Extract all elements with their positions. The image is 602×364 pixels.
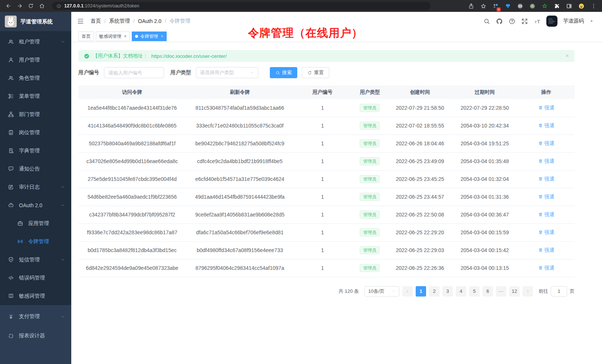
user-id-input[interactable] <box>104 67 164 78</box>
force-logout-button[interactable]: 强退 <box>538 105 554 111</box>
search-icon[interactable] <box>483 18 490 25</box>
svg-text:T: T <box>537 19 540 24</box>
address-bar[interactable]: 127.0.0.1:1024/system/oauth2/token <box>52 2 431 10</box>
user-type-badge: 管理员 <box>360 122 380 130</box>
browser-back-button[interactable] <box>4 1 13 11</box>
sidebar-item-errcode[interactable]: 错误码管理 <box>0 269 71 287</box>
extension-badge: 9 <box>497 7 501 11</box>
collapse-sidebar-button[interactable] <box>77 17 84 25</box>
dictionary-icon <box>8 148 14 154</box>
username[interactable]: 芋道源码 <box>563 18 584 24</box>
tab-令牌管理[interactable]: 令牌管理× <box>132 32 167 41</box>
kebab-menu-icon <box>590 3 597 9</box>
table-row: 1ea5e44f8bc1467aaede43144f31de76811c5304… <box>78 99 575 117</box>
sidebar-item-audit[interactable]: 审计日志 <box>0 178 71 196</box>
breadcrumb-item[interactable]: 首页 <box>91 18 101 24</box>
fullscreen-icon[interactable] <box>521 18 528 25</box>
prev-page-button[interactable] <box>402 286 413 297</box>
user-avatar[interactable] <box>546 16 557 27</box>
force-logout-button[interactable]: 强退 <box>538 211 554 218</box>
sidebar-item-label: 部门管理 <box>19 111 40 118</box>
search-button[interactable]: 搜索 <box>270 67 297 78</box>
sidebar-item-tenant[interactable]: 租户管理 <box>0 33 71 51</box>
caret-down-icon[interactable] <box>589 19 594 23</box>
force-logout-button[interactable]: 强退 <box>538 176 554 182</box>
sidebar-item-sensitive[interactable]: 敏感词管理 <box>0 287 71 305</box>
table-header-row: 访问令牌刷新令牌用户编号用户类型创建时间过期时间操作 <box>78 86 575 99</box>
page-button-12[interactable]: 12 <box>509 286 520 297</box>
sidebar-item-menu[interactable]: 菜单管理 <box>0 87 71 105</box>
reset-button[interactable]: 重置 <box>302 67 329 78</box>
force-logout-button[interactable]: 强退 <box>538 265 554 271</box>
command-extension-icon[interactable] <box>515 1 525 11</box>
sidebar-item-pay[interactable]: 支付管理 <box>0 307 71 326</box>
browser-home-button[interactable] <box>37 1 47 11</box>
user-type-badge: 管理员 <box>360 193 380 201</box>
goto-page-input[interactable] <box>551 286 567 297</box>
chevron-down-icon <box>392 289 396 293</box>
share-icon[interactable] <box>466 1 476 11</box>
sidebar-item-notice[interactable]: 通知公告 <box>0 160 71 178</box>
emoji-avatar-icon <box>578 3 585 9</box>
alert-doc-link[interactable]: https://doc.iocoder.cn/user-center/ <box>151 53 227 59</box>
sidebar-item-oauth2[interactable]: OAuth 2.0 <box>0 196 71 214</box>
bookmark-star-icon[interactable] <box>478 1 488 11</box>
force-logout-button[interactable]: 强退 <box>538 158 554 165</box>
force-logout-button[interactable]: 强退 <box>538 122 554 129</box>
star-extension-icon[interactable] <box>540 1 549 11</box>
sidebar-item-sms[interactable]: 短信管理 <box>0 251 71 269</box>
force-logout-button[interactable]: 强退 <box>538 229 554 236</box>
tab-首页[interactable]: 首页 <box>78 32 94 41</box>
puzzle-extension-icon[interactable] <box>552 1 562 11</box>
breadcrumb-item[interactable]: OAuth 2.0 <box>138 18 161 24</box>
tab-close-icon[interactable]: × <box>161 34 163 39</box>
tab-敏感词管理[interactable]: 敏感词管理× <box>96 32 130 41</box>
table-cell: cdfc4ce9c2da4bb1bdf21b9918ff4be5 <box>186 152 294 170</box>
next-page-button[interactable] <box>523 286 533 297</box>
tab-close-icon[interactable]: × <box>124 34 127 39</box>
alert-close-icon[interactable]: × <box>566 53 569 59</box>
force-logout-button[interactable]: 强退 <box>538 140 554 147</box>
profile-avatar-icon[interactable] <box>576 1 586 11</box>
refresh-icon <box>307 70 312 75</box>
force-logout-button[interactable]: 强退 <box>538 247 554 254</box>
force-logout-button[interactable]: 强退 <box>538 193 554 200</box>
sidebar-item-dict[interactable]: 字典管理 <box>0 142 71 160</box>
sidebar-item-oauth2-app[interactable]: 应用管理 <box>0 214 71 232</box>
page-size-select[interactable]: 10条/页 <box>364 286 399 297</box>
record-extension-icon[interactable] <box>527 1 537 11</box>
browser-forward-button[interactable] <box>15 1 24 11</box>
breadcrumb-item[interactable]: 系统管理 <box>109 18 130 24</box>
page-button-4[interactable]: 4 <box>456 286 466 297</box>
page-button-5[interactable]: 5 <box>469 286 480 297</box>
extension-grid-button[interactable]: 9 <box>491 1 500 11</box>
user-type-badge: 管理员 <box>360 264 380 272</box>
sidebar-item-label: 角色管理 <box>19 75 40 82</box>
user-icon <box>8 57 14 63</box>
table-cell: 2022-07-29 22:28:50 <box>451 99 518 117</box>
browser-reload-button[interactable] <box>26 1 36 11</box>
sidebar-item-label: OAuth 2.0 <box>19 202 42 208</box>
user-type-select[interactable]: 请选择用户类型 <box>196 67 258 78</box>
sidebar-item-report[interactable]: 报表设计器 <box>0 326 71 345</box>
github-icon[interactable] <box>496 18 503 25</box>
sidebar-toggle-icon[interactable] <box>564 1 574 11</box>
browser-menu-icon[interactable] <box>589 1 598 11</box>
gem-extension-icon[interactable] <box>503 1 513 11</box>
help-icon[interactable] <box>508 18 516 25</box>
site-info-icon[interactable] <box>56 4 61 9</box>
table-row: b0d1785bc3a8482f812db4a3f3bd15ecb0df4980… <box>78 241 575 259</box>
sidebar-item-user[interactable]: 用户管理 <box>0 51 71 69</box>
sidebar-item-dept[interactable]: 部门管理 <box>0 105 71 123</box>
font-size-icon[interactable]: TT <box>534 18 541 25</box>
page-button-3[interactable]: 3 <box>442 286 453 297</box>
sidebar-item-role[interactable]: 角色管理 <box>0 69 71 87</box>
page-button-2[interactable]: 2 <box>429 286 439 297</box>
sidebar-item-oauth2-token[interactable]: 令牌管理 <box>0 232 71 251</box>
sidebar: 芋道管理系统 租户管理用户管理角色管理菜单管理部门管理岗位管理字典管理通知公告审… <box>0 12 71 364</box>
page-button-6[interactable]: 6 <box>482 286 493 297</box>
page-button-1[interactable]: 1 <box>416 286 426 297</box>
page-ellipsis[interactable]: ··· <box>496 286 506 297</box>
table-cell: c347026e805e4d99b0d116eae66eda8c <box>78 152 186 170</box>
sidebar-item-post[interactable]: 岗位管理 <box>0 123 71 142</box>
